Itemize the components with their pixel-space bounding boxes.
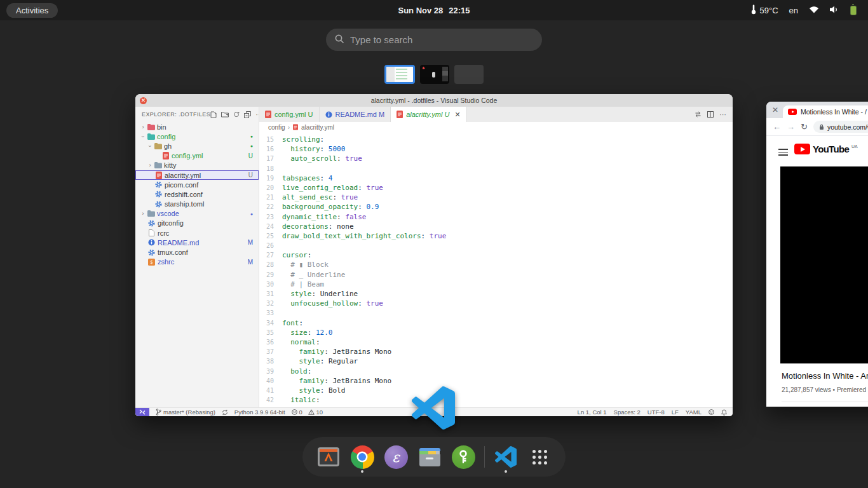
tree-item-rcrc[interactable]: rcrc [135, 228, 259, 238]
reload-button[interactable]: ↻ [801, 123, 808, 131]
tree-item-gh[interactable]: ›gh● [135, 141, 259, 151]
activities-button[interactable]: Activities [6, 3, 58, 18]
background-tab-close-icon[interactable]: ✕ [772, 105, 778, 114]
battery-charging-icon [850, 6, 857, 15]
tab-close-icon[interactable]: ✕ [454, 111, 460, 119]
sync-icon[interactable] [222, 409, 228, 416]
code-line: 32 unfocused_hollow: true [259, 299, 733, 308]
tree-item-alacritty.yml[interactable]: alacritty.ymlU [135, 170, 259, 180]
yaml-icon [397, 111, 403, 118]
line-number: 21 [259, 193, 282, 202]
status-item[interactable]: Ln 1, Col 1 [578, 409, 607, 416]
code-line: 34font: [259, 318, 733, 328]
tree-item-vscode[interactable]: ›vscode● [135, 209, 259, 219]
tree-item-bin[interactable]: ›bin [135, 122, 259, 132]
problems-status[interactable]: 0 10 [292, 409, 323, 416]
yaml-icon [293, 124, 298, 130]
git-badge: M [248, 239, 253, 246]
emacs-icon: ε [384, 445, 408, 469]
more-actions-icon[interactable]: ··· [719, 112, 726, 117]
feedback-icon[interactable] [709, 409, 714, 415]
breadcrumb[interactable]: config›alacritty.yml [259, 122, 733, 132]
refresh-explorer-icon[interactable] [233, 111, 240, 118]
git-badge: ● [250, 144, 253, 148]
system-status-area[interactable]: 59°C en [751, 4, 862, 17]
url-text: youtube.com/wa [827, 123, 868, 131]
code-line: 33 [259, 308, 733, 318]
code-editor[interactable]: 15scrolling:16 history: 500017 auto_scro… [259, 132, 733, 407]
folder-icon [153, 143, 163, 149]
dock-item-files[interactable] [417, 440, 442, 474]
clock[interactable]: Sun Nov 28 22:15 [398, 6, 470, 15]
overview-search[interactable] [326, 29, 542, 51]
split-editor-icon[interactable] [707, 111, 714, 118]
remote-indicator[interactable] [135, 408, 149, 416]
git-branch-status[interactable]: master* (Rebasing) [156, 409, 215, 416]
dock-item-alacritty[interactable] [316, 440, 341, 474]
svg-text:$: $ [150, 259, 153, 265]
status-item[interactable]: YAML [686, 409, 702, 416]
notifications-bell-icon[interactable] [721, 409, 727, 416]
editor-tab-README.md[interactable]: README.md M [320, 107, 391, 122]
video-title: Motionless In White - Anot [782, 371, 868, 381]
status-item[interactable]: Spaces: 2 [614, 409, 641, 416]
python-interpreter[interactable]: Python 3.9.9 64-bit [234, 409, 285, 416]
editor-tab-bar: config.yml UREADME.md Malacritty.yml U✕·… [259, 107, 733, 122]
address-bar[interactable]: youtube.com/wa [813, 121, 868, 133]
keyboard-layout-indicator[interactable]: en [789, 6, 798, 15]
tree-item-kitty[interactable]: ›kitty [135, 161, 259, 170]
dock-item-emacs[interactable]: ε [383, 440, 409, 474]
code-line: 17 auto_scroll: true [259, 154, 733, 163]
window-close-button[interactable]: ✕ [140, 97, 147, 104]
file-icon [147, 229, 156, 236]
code-line: 18 [259, 164, 733, 173]
tree-item-README.md[interactable]: README.mdM [135, 238, 259, 247]
breadcrumb-item[interactable]: config [268, 124, 285, 131]
tree-item-config[interactable]: ›config● [135, 132, 259, 141]
line-number: 40 [259, 376, 282, 386]
vscode-window[interactable]: ✕ alacritty.yml - .dotfiles - Visual Stu… [135, 94, 733, 416]
workspace-thumbnail-1[interactable] [384, 65, 415, 84]
workspace-thumbnail-2[interactable] [420, 65, 449, 84]
tree-item-starship.toml[interactable]: starship.toml [135, 200, 259, 209]
tree-item-picom.conf[interactable]: picom.conf [135, 180, 259, 189]
editor-tab-alacritty.yml[interactable]: alacritty.yml U✕ [391, 107, 466, 122]
tree-item-config.yml[interactable]: config.ymlU [135, 151, 259, 161]
new-file-icon[interactable] [210, 111, 217, 118]
youtube-logo[interactable]: YouTube UA [794, 144, 858, 154]
hamburger-menu-icon[interactable] [778, 149, 788, 158]
forward-button[interactable]: → [787, 123, 795, 131]
chevron-down-icon: › [147, 143, 153, 149]
tree-item-redshift.conf[interactable]: redshift.conf [135, 189, 259, 199]
toggle-editor-layout-icon[interactable] [695, 111, 702, 118]
editor-tab-config.yml[interactable]: config.yml U [259, 107, 320, 122]
vscode-app-icon[interactable] [412, 386, 455, 430]
line-number: 34 [259, 318, 282, 328]
running-indicator [505, 470, 507, 473]
back-button[interactable]: ← [773, 123, 781, 131]
video-player[interactable] [780, 166, 868, 363]
dock-item-app-grid[interactable] [527, 440, 552, 474]
breadcrumb-item[interactable]: alacritty.yml [301, 124, 334, 131]
line-number: 30 [259, 280, 282, 289]
tree-item-tmux.conf[interactable]: tmux.conf [135, 247, 259, 257]
line-number: 15 [259, 135, 282, 144]
status-item[interactable]: LF [672, 409, 679, 416]
dock-item-vscode[interactable] [493, 440, 519, 474]
line-number: 36 [259, 337, 282, 347]
status-item[interactable]: UTF-8 [648, 409, 665, 416]
code-line: 20live_config_reload: true [259, 183, 733, 193]
workspace-thumbnail-3[interactable] [454, 65, 484, 84]
dock-item-keepassxc[interactable] [451, 440, 476, 474]
tree-item-gitconfig[interactable]: gitconfig [135, 219, 259, 228]
chrome-active-tab[interactable]: Motionless In White - / [783, 105, 868, 118]
chrome-window[interactable]: ✕ Motionless In White - / ← → ↻ youtube.… [766, 102, 868, 407]
chevron-right-icon: › [147, 162, 153, 168]
search-input[interactable] [350, 34, 533, 45]
dock-item-google-chrome[interactable] [349, 440, 375, 474]
tree-item-zshrc[interactable]: $zshrcM [135, 257, 259, 267]
code-line: 38 style: Regular [259, 356, 733, 366]
dock-separator [484, 446, 485, 468]
new-folder-icon[interactable] [221, 111, 229, 118]
collapse-folders-icon[interactable] [244, 111, 251, 118]
